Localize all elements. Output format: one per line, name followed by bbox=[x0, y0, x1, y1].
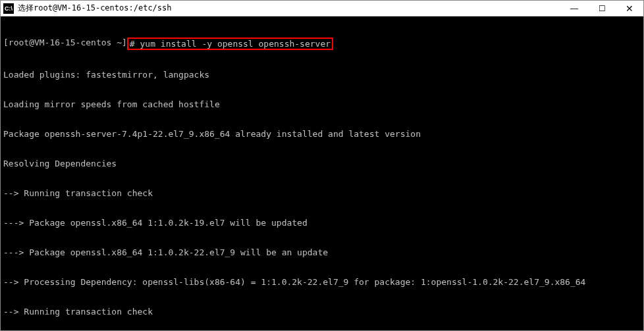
output-line: --> Running transaction check bbox=[3, 307, 641, 317]
minimize-button[interactable]: — bbox=[560, 1, 588, 16]
app-icon: C:\ bbox=[3, 3, 14, 14]
window-controls: — ☐ ✕ bbox=[560, 1, 643, 16]
terminal-output[interactable]: [root@VM-16-15-centos ~] # yum install -… bbox=[1, 16, 643, 330]
highlighted-command: # yum install -y openssl openssh-server bbox=[127, 38, 333, 50]
terminal-window: C:\ 选择root@VM-16-15-centos:/etc/ssh — ☐ … bbox=[0, 0, 644, 331]
prompt-host: [root@VM-16-15-centos ~] bbox=[3, 38, 127, 50]
window-title: 选择root@VM-16-15-centos:/etc/ssh bbox=[18, 3, 560, 14]
output-line: ---> Package openssl.x86_64 1:1.0.2k-22.… bbox=[3, 247, 641, 257]
maximize-button[interactable]: ☐ bbox=[588, 1, 616, 16]
output-line: Package openssh-server-7.4p1-22.el7_9.x8… bbox=[3, 129, 641, 139]
output-line: ---> Package openssl.x86_64 1:1.0.2k-19.… bbox=[3, 218, 641, 228]
close-button[interactable]: ✕ bbox=[616, 1, 643, 16]
output-line: Loading mirror speeds from cached hostfi… bbox=[3, 99, 641, 109]
output-line: Resolving Dependencies bbox=[3, 159, 641, 168]
output-line: Loaded plugins: fastestmirror, langpacks bbox=[3, 70, 641, 80]
output-line: --> Processing Dependency: openssl-libs(… bbox=[3, 277, 641, 287]
output-line: --> Running transaction check bbox=[3, 188, 641, 198]
prompt-line: [root@VM-16-15-centos ~] # yum install -… bbox=[3, 38, 641, 50]
titlebar[interactable]: C:\ 选择root@VM-16-15-centos:/etc/ssh — ☐ … bbox=[1, 1, 643, 16]
